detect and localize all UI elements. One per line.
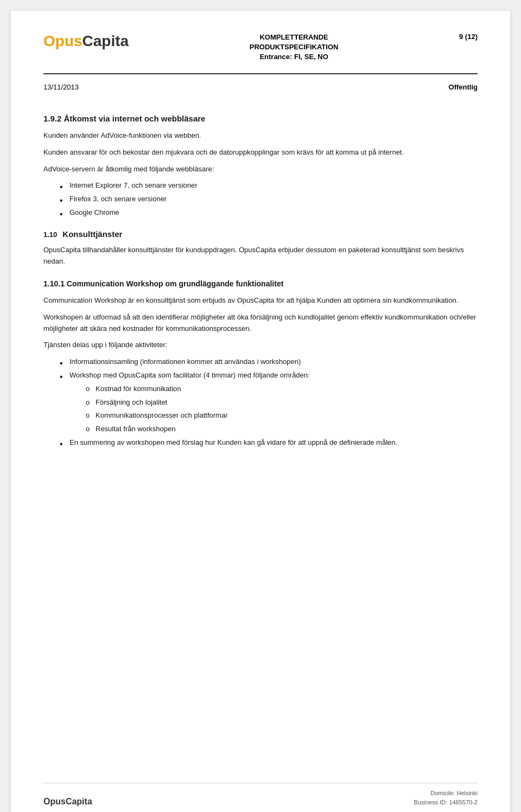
page-number: 9 (12) — [459, 33, 478, 41]
section-1101-para2: Workshopen är utformad så att den identi… — [43, 312, 478, 335]
section-1101-para1: Communication Workshop är en konsulttjän… — [43, 295, 478, 306]
page-content: 1.9.2 Åtkomst via internet och webbläsar… — [43, 113, 478, 449]
list-item: Kostnad för kommunikation — [86, 383, 478, 395]
doc-title-line3: Entrance: FI, SE, NO — [139, 52, 448, 62]
footer-logo-text: OpusCapita — [43, 797, 92, 807]
sub-activities-list: Kostnad för kommunikation Försäljning oc… — [86, 383, 478, 435]
doc-title: KOMPLETTERANDE PRODUKTSPECIFIKATION Entr… — [139, 33, 448, 62]
section-1101-heading: 1.10.1 Communication Workshop om grundlä… — [43, 278, 478, 290]
logo-capita: Capita — [82, 33, 129, 49]
section-192-para1: Kunden använder AdVoice-funktionen via w… — [43, 130, 478, 142]
list-item: Försäljning och lojalitet — [86, 397, 478, 408]
document-page: OpusCapita KOMPLETTERANDE PRODUKTSPECIFI… — [11, 11, 510, 812]
list-item: En summering av workshopen med förslag h… — [60, 437, 478, 449]
header-center: KOMPLETTERANDE PRODUKTSPECIFIKATION Entr… — [129, 33, 459, 62]
section-110-row: 1.10 Konsulttjänster — [43, 228, 478, 241]
section-110-heading: Konsulttjänster — [62, 228, 122, 241]
doc-title-line2: PRODUKTSPECIFIKATION — [139, 42, 448, 52]
logo-opus: Opus — [43, 33, 82, 49]
section-110-para1: OpusCapita tillhandahåller konsulttjänst… — [43, 245, 478, 267]
section-192-heading: 1.9.2 Åtkomst via internet och webbläsar… — [43, 113, 478, 125]
footer-domicile: Domicile: Helsinki — [414, 789, 478, 798]
list-item: Internet Explorer 7, och senare versione… — [60, 180, 478, 191]
logo: OpusCapita — [43, 33, 129, 50]
page-header: OpusCapita KOMPLETTERANDE PRODUKTSPECIFI… — [43, 33, 478, 74]
list-item: Kommunikationsprocesser och plattformar — [86, 410, 478, 421]
section-192: 1.9.2 Åtkomst via internet och webbläsar… — [43, 113, 478, 219]
logo-text: OpusCapita — [43, 33, 129, 50]
classification: Offentlig — [449, 83, 478, 91]
list-item: Resultat från workshopen — [86, 424, 478, 435]
doc-title-line1: KOMPLETTERANDE — [139, 33, 448, 42]
sub-header: 13/11/2013 Offentlig — [43, 83, 478, 97]
page-footer: OpusCapita Domicile: Helsinki Business I… — [43, 783, 478, 807]
section-1101: 1.10.1 Communication Workshop om grundlä… — [43, 278, 478, 449]
section-192-para3: AdVoice-servern är åtkomlig med följande… — [43, 164, 478, 175]
footer-business-id: Business ID: 1465570-2 — [414, 798, 478, 807]
document-date: 13/11/2013 — [43, 83, 79, 91]
footer-info: Domicile: Helsinki Business ID: 1465570-… — [414, 789, 478, 807]
list-item: Firefox 3, och senare versioner — [60, 194, 478, 205]
list-item: Google Chrome — [60, 207, 478, 219]
section-192-para2: Kunden ansvarar för och bekostar den mju… — [43, 147, 478, 158]
list-item: Informationsinsamling (informationen kom… — [60, 356, 478, 368]
section-110-number: 1.10 — [43, 229, 57, 240]
list-item: Workshop med OpusCapita som facilitator … — [60, 370, 478, 435]
activities-list: Informationsinsamling (informationen kom… — [60, 356, 478, 449]
section-1101-para3: Tjänsten delas upp i följande aktivitete… — [43, 340, 478, 351]
browser-list: Internet Explorer 7, och senare versione… — [60, 180, 478, 218]
